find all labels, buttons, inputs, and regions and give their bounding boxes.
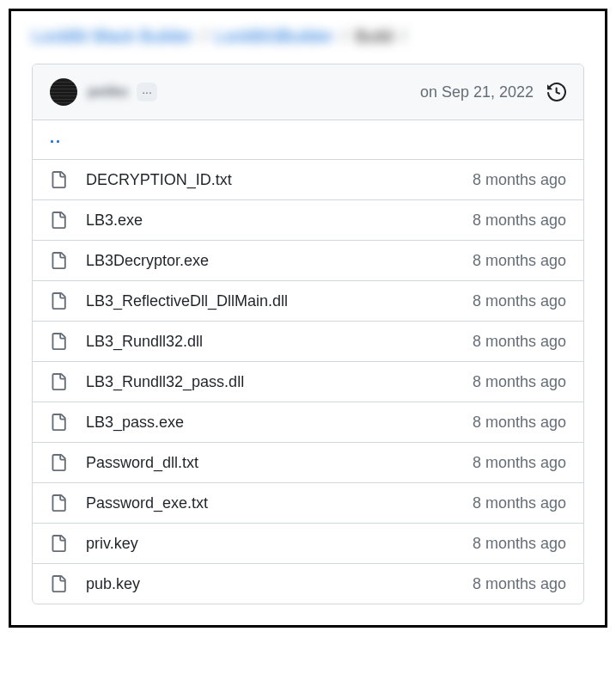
file-row[interactable]: LB3_pass.exe 8 months ago [33, 402, 583, 443]
breadcrumb-folder[interactable]: LockBit3Builder [215, 27, 334, 46]
file-row[interactable]: LB3_ReflectiveDll_DllMain.dll 8 months a… [33, 281, 583, 322]
file-icon [50, 494, 67, 512]
file-row[interactable]: Password_exe.txt 8 months ago [33, 483, 583, 524]
file-name[interactable]: LB3_pass.exe [86, 414, 473, 432]
file-icon [50, 453, 67, 472]
file-icon [50, 332, 67, 351]
file-time: 8 months ago [473, 575, 566, 593]
file-time: 8 months ago [473, 292, 566, 310]
file-time: 8 months ago [473, 414, 566, 432]
parent-directory-link[interactable]: .. [50, 129, 62, 147]
file-row[interactable]: LB3Decryptor.exe 8 months ago [33, 241, 583, 281]
file-name[interactable]: LB3_ReflectiveDll_DllMain.dll [86, 292, 473, 310]
breadcrumb-sep: / [342, 27, 347, 46]
file-name[interactable]: Password_exe.txt [86, 494, 473, 512]
file-time: 8 months ago [473, 494, 566, 512]
file-time: 8 months ago [473, 535, 566, 553]
file-icon [50, 251, 67, 270]
file-name[interactable]: LB3_Rundll32.dll [86, 333, 473, 351]
file-icon [50, 291, 67, 310]
file-name[interactable]: LB3.exe [86, 212, 473, 230]
file-icon [50, 534, 67, 553]
file-name[interactable]: LB3_Rundll32_pass.dll [86, 373, 473, 391]
parent-directory-row[interactable]: .. [33, 120, 583, 160]
repo-frame: LockBit Black Builder / LockBit3Builder … [9, 9, 607, 628]
file-name[interactable]: LB3Decryptor.exe [86, 252, 473, 270]
file-icon [50, 211, 67, 230]
commit-date: on Sep 21, 2022 [420, 83, 534, 101]
history-icon[interactable] [547, 83, 566, 101]
file-name[interactable]: Password_dll.txt [86, 454, 473, 472]
file-row[interactable]: DECRYPTION_ID.txt 8 months ago [33, 160, 583, 200]
file-row[interactable]: priv.key 8 months ago [33, 524, 583, 564]
file-row[interactable]: LB3_Rundll32_pass.dll 8 months ago [33, 362, 583, 402]
commit-header: petiko ... on Sep 21, 2022 [33, 64, 583, 120]
file-time: 8 months ago [473, 333, 566, 351]
file-icon [50, 574, 67, 593]
file-listing: petiko ... on Sep 21, 2022 .. DECRYPTION… [32, 64, 584, 604]
file-time: 8 months ago [473, 171, 566, 189]
file-time: 8 months ago [473, 373, 566, 391]
file-name[interactable]: DECRYPTION_ID.txt [86, 171, 473, 189]
file-time: 8 months ago [473, 454, 566, 472]
file-icon [50, 413, 67, 432]
file-icon [50, 372, 67, 391]
file-row[interactable]: pub.key 8 months ago [33, 564, 583, 604]
avatar[interactable] [50, 78, 77, 106]
file-time: 8 months ago [473, 212, 566, 230]
file-icon [50, 170, 67, 189]
commit-meta: on Sep 21, 2022 [420, 83, 566, 101]
breadcrumb-current: Build [355, 27, 393, 46]
breadcrumb: LockBit Black Builder / LockBit3Builder … [32, 27, 584, 46]
commit-author[interactable]: petiko [88, 84, 128, 100]
breadcrumb-root[interactable]: LockBit Black Builder [32, 27, 193, 46]
breadcrumb-sep: / [401, 27, 406, 46]
file-time: 8 months ago [473, 252, 566, 270]
file-name[interactable]: priv.key [86, 535, 473, 553]
breadcrumb-sep: / [201, 27, 206, 46]
file-row[interactable]: Password_dll.txt 8 months ago [33, 443, 583, 483]
commit-more-button[interactable]: ... [137, 83, 157, 101]
file-name[interactable]: pub.key [86, 575, 473, 593]
file-row[interactable]: LB3.exe 8 months ago [33, 200, 583, 241]
file-row[interactable]: LB3_Rundll32.dll 8 months ago [33, 322, 583, 362]
